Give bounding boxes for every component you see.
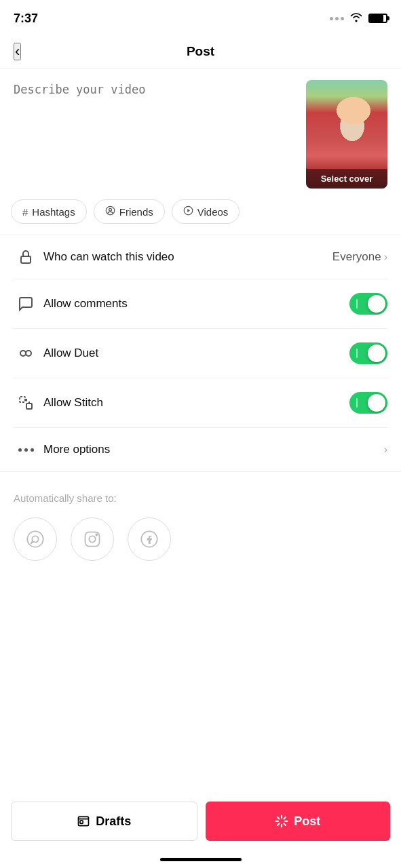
lock-icon <box>14 249 38 265</box>
bottom-buttons: Drafts Post <box>0 802 401 841</box>
comment-icon <box>14 296 38 312</box>
tag-buttons: # Hashtags Friends Videos <box>0 199 401 235</box>
friends-icon <box>105 205 115 218</box>
wifi-icon <box>349 12 363 25</box>
status-time: 7:37 <box>14 12 38 26</box>
drafts-label: Drafts <box>96 814 131 829</box>
settings-section: Who can watch this video Everyone › Allo… <box>0 235 401 428</box>
post-sparkle-icon <box>275 814 288 828</box>
stitch-icon <box>14 395 38 411</box>
share-section: Automatically share to: <box>0 472 401 574</box>
allow-comments-toggle[interactable] <box>349 293 387 315</box>
svg-point-1 <box>109 208 111 211</box>
toggle-track-comments <box>349 293 387 315</box>
hashtag-icon: # <box>22 206 28 218</box>
duet-icon <box>14 345 38 361</box>
who-can-watch-label: Who can watch this video <box>43 250 332 264</box>
svg-rect-15 <box>80 821 83 823</box>
svg-point-12 <box>96 534 97 535</box>
toggle-thumb-stitch <box>368 394 385 412</box>
cover-overlay[interactable]: Select cover <box>306 169 387 189</box>
videos-label: Videos <box>197 206 229 218</box>
post-label: Post <box>294 814 320 829</box>
share-title: Automatically share to: <box>14 492 387 504</box>
svg-point-6 <box>26 351 31 356</box>
friends-button[interactable]: Friends <box>94 199 165 224</box>
share-icons <box>14 517 387 561</box>
more-options-label: More options <box>43 443 384 456</box>
toggle-thumb-comments <box>368 295 385 313</box>
more-options-icon <box>14 448 38 452</box>
cover-container[interactable]: Select cover <box>306 80 387 189</box>
signal-icon <box>330 17 344 20</box>
svg-rect-7 <box>20 397 25 402</box>
whatsapp-share-button[interactable] <box>14 517 57 561</box>
facebook-share-button[interactable] <box>128 517 171 561</box>
svg-point-11 <box>89 536 95 542</box>
more-options-row[interactable]: More options › <box>0 428 401 472</box>
page-title: Post <box>187 44 214 59</box>
toggle-thumb-duet <box>368 344 385 362</box>
description-input[interactable] <box>14 80 298 189</box>
who-can-watch-value: Everyone › <box>332 250 387 264</box>
status-icons <box>330 12 387 25</box>
hashtags-label: Hashtags <box>32 206 75 218</box>
svg-rect-4 <box>21 256 31 263</box>
allow-comments-label: Allow comments <box>43 297 349 311</box>
svg-marker-3 <box>187 209 190 212</box>
battery-icon <box>368 14 387 23</box>
post-button[interactable]: Post <box>206 802 391 841</box>
header: ‹ Post <box>0 34 401 69</box>
who-can-watch-row[interactable]: Who can watch this video Everyone › <box>14 235 387 279</box>
more-options-chevron: › <box>384 443 387 456</box>
svg-point-9 <box>27 531 43 547</box>
videos-button[interactable]: Videos <box>172 199 240 224</box>
allow-stitch-toggle[interactable] <box>349 392 387 414</box>
instagram-share-button[interactable] <box>71 517 114 561</box>
allow-comments-row: Allow comments <box>14 279 387 329</box>
allow-stitch-row: Allow Stitch <box>14 378 387 428</box>
drafts-icon <box>77 814 90 828</box>
allow-duet-label: Allow Duet <box>43 347 349 360</box>
chevron-right-icon: › <box>384 251 387 263</box>
svg-rect-8 <box>26 403 32 409</box>
back-button[interactable]: ‹ <box>14 43 21 60</box>
allow-stitch-label: Allow Stitch <box>43 396 349 410</box>
description-section: Select cover <box>0 69 401 199</box>
svg-point-5 <box>20 351 26 356</box>
allow-duet-toggle[interactable] <box>349 342 387 364</box>
drafts-button[interactable]: Drafts <box>11 802 197 841</box>
hashtags-button[interactable]: # Hashtags <box>11 199 87 224</box>
home-indicator <box>160 858 242 861</box>
status-bar: 7:37 <box>0 0 401 34</box>
videos-icon <box>183 205 193 218</box>
toggle-track-duet <box>349 342 387 364</box>
allow-duet-row: Allow Duet <box>14 329 387 378</box>
friends-label: Friends <box>119 206 153 218</box>
toggle-track-stitch <box>349 392 387 414</box>
